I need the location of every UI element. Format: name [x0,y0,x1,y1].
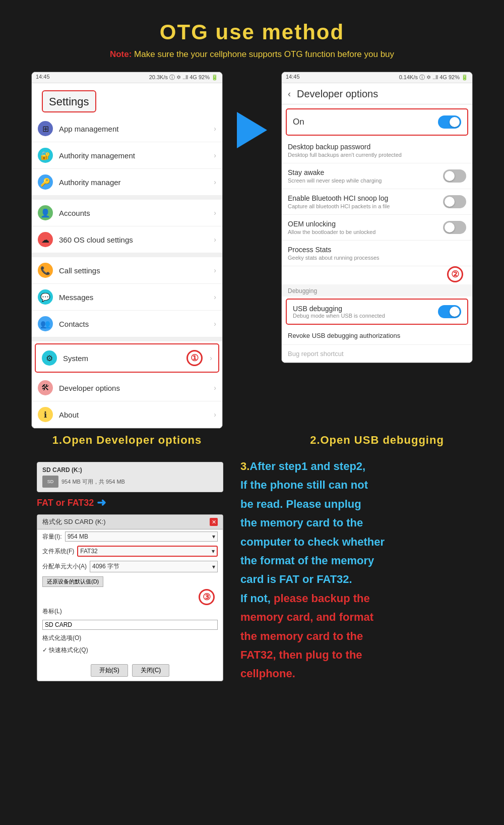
option-title: Enable Bluetooth HCI snoop log [288,194,390,202]
chevron-icon: › [214,125,216,133]
usb-title: USB debugging [293,305,385,313]
name-label: 卷标(L) [42,607,62,616]
system-icon: ⚙ [42,350,57,366]
dialog-titlebar: 格式化 SD CARD (K:) ✕ [37,515,223,529]
dialog-close-button[interactable]: ✕ [210,518,218,526]
item-label: Authority manager [59,178,214,187]
statusbar-2: 14:45 0.14K/s ⓘ ✡ ..ll 4G 92% 🔋 [282,72,472,83]
chevron-icon: › [214,209,216,217]
statusbar-1: 14:45 20.3K/s ⓘ ✡ ..ll 4G 92% 🔋 [32,72,222,83]
toggle-knob [450,117,460,127]
sd-icon: SD [42,476,58,488]
format-dialog: 格式化 SD CARD (K:) ✕ 容量(I): 954 MB ▾ 文件系统(… [37,514,223,681]
authority-mgmt-icon: 🔐 [38,148,53,163]
chevron-icon: › [214,235,216,244]
dev-option-desktop-backup[interactable]: Desktop backup password Desktop full bac… [282,138,472,163]
back-icon[interactable]: ‹ [288,89,291,99]
list-item[interactable]: ⊞ App management › [32,115,222,142]
system-item[interactable]: ⚙ System ① › [35,343,219,373]
list-item[interactable]: 👤 Accounts › [32,200,222,226]
list-item[interactable]: 👥 Contacts › [32,311,222,337]
fat-label: FAT or FAT32 ➜ [37,496,223,509]
usb-debugging-row[interactable]: USB debugging Debug mode when USB is con… [286,299,468,325]
dev-on-row[interactable]: On [286,108,468,136]
list-item[interactable]: ℹ About › [32,401,222,428]
close-button[interactable]: 关闭(C) [132,664,170,677]
list-item[interactable]: 🔑 Authority manager › [32,169,222,196]
item-label: System [63,354,186,363]
item-label: Call settings [59,266,214,275]
step3-text-blue: After step1 and step2, If the phone stil… [240,460,385,605]
step1-badge: ① [186,350,203,366]
name-input-field[interactable] [37,618,223,632]
dev-option-bluetooth[interactable]: Enable Bluetooth HCI snoop log Capture a… [282,189,472,215]
option-title: OEM unlocking [288,220,375,228]
list-item[interactable]: 🔐 Authority management › [32,142,222,169]
list-item[interactable]: 💬 Messages › [32,284,222,311]
alloc-select[interactable]: 4096 字节 ▾ [90,561,218,572]
toggle-knob [445,197,455,207]
name-field: 卷标(L) [37,605,223,618]
step-labels-row: 1.Open Developer options 2.Open USB debu… [15,434,489,447]
start-button[interactable]: 开始(S) [91,664,128,677]
dev-option-oem[interactable]: OEM unlocking Allow the bootloader to be… [282,215,472,241]
format-options-label: 格式化选项(O) [42,634,81,642]
step3-text: 3.After step1 and step2, If the phone st… [240,457,472,683]
blue-arrow-icon [237,112,267,148]
bluetooth-toggle[interactable] [443,195,466,208]
option-title: Desktop backup password [288,143,466,151]
item-label: Contacts [59,320,214,328]
accounts-icon: 👤 [38,205,53,220]
capacity-label: 容量(I): [42,533,62,541]
item-label: 360 OS cloud settings [59,235,214,244]
app-mgmt-icon: ⊞ [38,121,53,136]
capacity-field: 容量(I): 954 MB ▾ [37,529,223,544]
capacity-select[interactable]: 954 MB ▾ [65,532,218,542]
format-options-field: 格式化选项(O) [37,632,223,644]
call-settings-icon: 📞 [38,263,53,278]
step1-label: 1.Open Developer options [31,434,223,447]
filesystem-select[interactable]: FAT32 ▾ [77,546,218,557]
list-item[interactable]: 🛠 Developer options › [32,375,222,401]
note-line: Note: Make sure the your cellphone suppo… [15,49,489,60]
usb-toggle[interactable] [438,305,461,318]
list-item[interactable]: 📞 Call settings › [32,257,222,284]
settings-screen: 14:45 20.3K/s ⓘ ✡ ..ll 4G 92% 🔋 Settings… [31,72,223,429]
step2-label: 2.Open USB debugging [281,434,473,447]
option-sub: Desktop full backups aren't currently pr… [288,152,466,158]
quick-format-row[interactable]: ✓ 快速格式化(Q) [37,644,223,656]
item-label: About [59,410,214,419]
fat-arrow-icon: ➜ [97,496,106,509]
revoke-row[interactable]: Revoke USB debugging authorizations [282,327,472,345]
item-label: App management [59,125,214,133]
option-sub: Screen will never sleep while charging [288,178,382,184]
note-text: Make sure the your cellphone supports OT… [134,49,394,59]
sd-card-area: SD CARD (K:) SD 954 MB 可用，共 954 MB FAT o… [32,457,228,686]
dev-option-stay-awake[interactable]: Stay awake Screen will never sleep while… [282,163,472,189]
name-input[interactable] [42,620,218,630]
list-item[interactable]: ☁ 360 OS cloud settings › [32,226,222,253]
chevron-icon: › [210,354,212,362]
settings-list-2: 👤 Accounts › ☁ 360 OS cloud settings › [32,200,222,253]
bug-report-row[interactable]: Bug report shortcut [282,345,472,363]
dev-header: ‹ Developer options [282,83,472,104]
option-sub: Capture all bluetooth HCI packets in a f… [288,203,390,209]
stay-awake-toggle[interactable] [443,169,466,183]
page-title: OTG use method [15,10,489,49]
chevron-icon: › [214,266,216,274]
settings-header: Settings [42,90,96,112]
alloc-field: 分配单元大小(A) 4096 字节 ▾ [37,559,223,574]
item-label: Developer options [59,384,214,392]
chevron-icon: › [214,384,216,392]
contacts-icon: 👥 [38,316,53,331]
restore-field[interactable]: 还原设备的默认值(D) [37,574,223,589]
debugging-section: Debugging [282,284,472,297]
dev-title: Developer options [297,88,378,100]
item-label: Authority management [59,151,214,160]
dev-option-process-stats[interactable]: Process Stats Geeky stats about running … [282,241,472,266]
on-toggle[interactable] [438,115,461,129]
chevron-icon: › [214,178,216,186]
dev-options-icon: 🛠 [38,380,53,395]
oem-toggle[interactable] [443,221,466,234]
restore-button[interactable]: 还原设备的默认值(D) [42,576,103,587]
